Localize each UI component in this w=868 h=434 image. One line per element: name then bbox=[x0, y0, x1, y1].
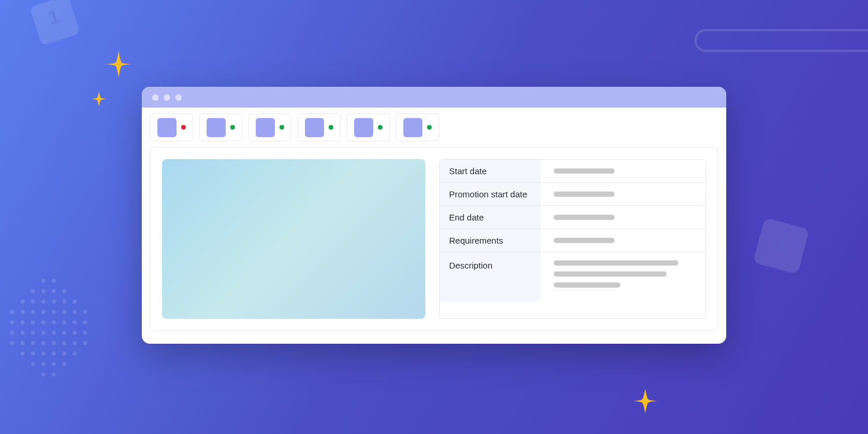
field-value[interactable] bbox=[541, 206, 705, 229]
browser-window: Start date Promotion start date End date… bbox=[142, 87, 726, 344]
field-label: Start date bbox=[440, 160, 541, 182]
svg-point-39 bbox=[83, 331, 87, 335]
svg-point-55 bbox=[42, 362, 46, 366]
svg-point-28 bbox=[52, 321, 56, 325]
svg-point-11 bbox=[31, 300, 35, 304]
tab-item-5[interactable] bbox=[347, 113, 390, 141]
field-label: Description bbox=[440, 252, 541, 301]
field-label: Promotion start date bbox=[440, 183, 541, 205]
svg-point-14 bbox=[62, 300, 67, 304]
field-row-end-date: End date bbox=[440, 206, 705, 229]
tab-item-2[interactable] bbox=[199, 113, 242, 141]
svg-point-25 bbox=[21, 321, 25, 325]
svg-point-42 bbox=[31, 341, 35, 345]
field-value[interactable] bbox=[541, 252, 705, 301]
placeholder-text bbox=[554, 192, 615, 197]
tab-item-3[interactable] bbox=[248, 113, 292, 141]
window-titlebar bbox=[142, 87, 726, 108]
tab-thumbnail-icon bbox=[207, 118, 226, 137]
tab-thumbnail-icon bbox=[305, 118, 324, 137]
sparkle-icon bbox=[631, 387, 660, 415]
placeholder-text bbox=[554, 271, 667, 277]
field-row-description: Description bbox=[440, 252, 705, 301]
dot-grid-decoration bbox=[9, 275, 113, 402]
field-table: Start date Promotion start date End date… bbox=[439, 159, 706, 319]
card-decoration-icon: 1 bbox=[22, 0, 87, 53]
sparkle-icon bbox=[103, 49, 134, 80]
svg-point-43 bbox=[42, 341, 46, 345]
svg-point-9 bbox=[62, 289, 67, 293]
field-value[interactable] bbox=[541, 183, 705, 205]
tab-thumbnail-icon bbox=[157, 118, 176, 137]
svg-point-48 bbox=[21, 352, 25, 356]
svg-point-34 bbox=[31, 331, 35, 335]
svg-point-41 bbox=[21, 341, 25, 345]
placeholder-text bbox=[554, 215, 615, 220]
window-control-close[interactable] bbox=[152, 94, 159, 101]
tab-bar bbox=[142, 108, 726, 141]
field-label: End date bbox=[440, 206, 541, 229]
window-control-zoom[interactable] bbox=[175, 94, 182, 101]
svg-point-32 bbox=[10, 331, 14, 335]
svg-point-31 bbox=[83, 321, 87, 325]
svg-point-27 bbox=[42, 321, 46, 325]
svg-point-49 bbox=[31, 352, 35, 356]
svg-point-36 bbox=[52, 331, 56, 335]
svg-point-18 bbox=[31, 310, 35, 314]
svg-point-17 bbox=[21, 310, 25, 314]
placeholder-text bbox=[554, 282, 620, 288]
placeholder-text bbox=[554, 168, 615, 174]
svg-point-37 bbox=[62, 331, 67, 335]
svg-point-13 bbox=[52, 300, 56, 304]
svg-point-44 bbox=[52, 341, 56, 345]
svg-point-54 bbox=[31, 362, 35, 366]
tab-item-4[interactable] bbox=[297, 113, 341, 141]
svg-point-15 bbox=[73, 300, 77, 304]
svg-point-16 bbox=[10, 310, 14, 314]
status-dot-icon bbox=[230, 125, 235, 130]
placeholder-text bbox=[554, 238, 615, 243]
svg-point-30 bbox=[73, 321, 77, 325]
svg-point-57 bbox=[62, 362, 67, 366]
svg-point-10 bbox=[21, 300, 25, 304]
status-dot-icon bbox=[181, 125, 186, 130]
field-label: Requirements bbox=[440, 229, 541, 252]
field-value[interactable] bbox=[541, 160, 705, 182]
field-value[interactable] bbox=[541, 229, 705, 252]
svg-point-40 bbox=[10, 341, 14, 345]
svg-point-29 bbox=[62, 321, 67, 325]
status-dot-icon bbox=[427, 125, 432, 130]
svg-point-59 bbox=[52, 373, 56, 377]
preview-image bbox=[162, 159, 425, 319]
tab-thumbnail-icon bbox=[256, 118, 275, 137]
tab-item-6[interactable] bbox=[396, 113, 439, 141]
svg-point-47 bbox=[83, 341, 87, 345]
svg-point-53 bbox=[73, 352, 77, 356]
content-panel: Start date Promotion start date End date… bbox=[150, 147, 718, 331]
svg-point-35 bbox=[42, 331, 46, 335]
svg-point-7 bbox=[42, 289, 46, 293]
status-dot-icon bbox=[279, 125, 284, 130]
placeholder-text bbox=[554, 260, 678, 266]
window-control-minimize[interactable] bbox=[164, 94, 170, 101]
status-dot-icon bbox=[329, 125, 333, 130]
svg-point-58 bbox=[42, 373, 46, 377]
svg-point-46 bbox=[73, 341, 77, 345]
tab-item-1[interactable] bbox=[150, 113, 193, 141]
svg-point-26 bbox=[31, 321, 35, 325]
svg-point-56 bbox=[52, 362, 56, 366]
svg-point-21 bbox=[62, 310, 67, 314]
svg-point-45 bbox=[62, 341, 67, 345]
svg-point-24 bbox=[10, 321, 14, 325]
svg-point-23 bbox=[83, 310, 87, 314]
svg-point-33 bbox=[21, 331, 25, 335]
svg-point-12 bbox=[42, 300, 46, 304]
pill-decoration bbox=[694, 29, 868, 52]
svg-point-38 bbox=[73, 331, 77, 335]
svg-point-51 bbox=[52, 352, 56, 356]
svg-point-19 bbox=[42, 310, 46, 314]
svg-point-20 bbox=[52, 310, 56, 314]
svg-point-5 bbox=[52, 279, 56, 283]
field-row-promotion-start-date: Promotion start date bbox=[440, 183, 705, 206]
svg-point-22 bbox=[73, 310, 77, 314]
